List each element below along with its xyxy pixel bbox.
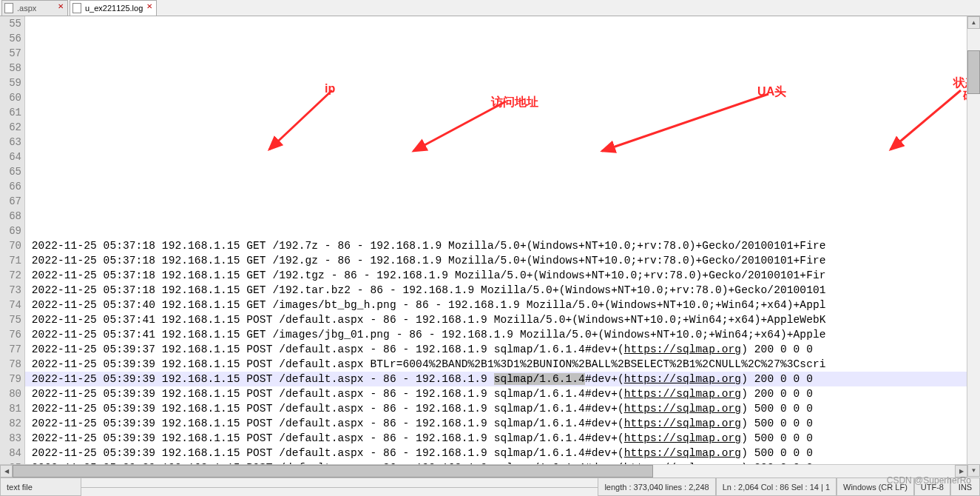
scroll-track[interactable] [967,29,980,464]
log-line[interactable]: 2022-11-25 05:39:39 192.168.1.15 POST /d… [25,386,967,401]
line-number: 75 [0,312,21,327]
line-number: 79 [0,372,21,386]
line-number: 64 [0,150,21,164]
annot-status-1: 状态 [953,76,967,90]
line-number: 58 [0,61,21,76]
line-number: 83 [0,431,21,446]
scroll-up-button[interactable]: ▲ [967,16,980,29]
line-number-gutter: 5556575859606162636465666768697071727374… [0,16,25,477]
file-icon [72,3,81,13]
log-line[interactable]: 2022-11-25 05:37:41 192.168.1.15 POST /d… [25,312,967,327]
scroll-thumb[interactable] [967,50,980,94]
status-encoding: UTF-8 [914,478,950,496]
line-number: 57 [0,46,21,61]
selection: sqlmap/1.6.1.4 [494,373,585,385]
line-number: 74 [0,298,21,312]
horizontal-scrollbar[interactable]: ◀ ▶ [0,464,967,477]
tab-logfile[interactable]: u_ex221125.log ✕ [70,0,157,16]
scroll-down-button[interactable]: ▼ [967,464,980,477]
log-line[interactable]: 2022-11-25 05:39:39 192.168.1.15 POST /d… [25,416,967,431]
annot-ua: UA头 [757,84,786,99]
line-number: 76 [0,327,21,342]
line-number: 67 [0,194,21,209]
line-number: 65 [0,164,21,179]
close-icon[interactable]: ✕ [57,3,64,10]
line-number: 82 [0,416,21,431]
line-number: 68 [0,209,21,224]
line-number: 61 [0,105,21,120]
annot-ip: ip [325,81,335,96]
line-number: 69 [0,224,21,238]
status-bar: text file length : 373,040 lines : 2,248… [0,477,980,496]
svg-line-1 [413,101,506,151]
line-number: 77 [0,342,21,357]
line-number: 70 [0,238,21,253]
file-icon [4,3,13,13]
log-line[interactable]: 2022-11-25 05:39:39 192.168.1.15 POST /d… [25,431,967,446]
scroll-left-button[interactable]: ◀ [0,465,13,477]
line-number: 81 [0,401,21,416]
log-line[interactable]: 2022-11-25 05:37:18 192.168.1.15 GET /19… [25,253,967,268]
editor: 5556575859606162636465666768697071727374… [0,16,980,477]
log-line[interactable]: 2022-11-25 05:39:39 192.168.1.15 POST /d… [25,357,967,372]
arrow-icon [595,90,780,157]
log-line[interactable]: 2022-11-25 05:39:39 192.168.1.15 POST /d… [25,372,967,386]
status-mode: INS [950,478,980,496]
url-link[interactable]: https://sqlmap.org [624,432,741,444]
line-number: 63 [0,135,21,150]
status-spacer [81,487,598,488]
scroll-track[interactable] [13,465,955,477]
line-number: 62 [0,120,21,135]
status-length: length : 373,040 lines : 2,248 [598,478,715,496]
url-link[interactable]: https://sqlmap.org [624,373,741,385]
url-link[interactable]: https://sqlmap.org [624,388,741,400]
tab-aspx[interactable]: .aspx ✕ [1,0,68,16]
tab-strip: .aspx ✕ u_ex221125.log ✕ [0,0,980,16]
arrow-icon [262,87,343,157]
line-number: 59 [0,76,21,90]
line-number: 55 [0,16,21,31]
url-link[interactable]: https://sqlmap.org [624,403,741,415]
tab-label: u_ex221125.log [85,4,143,13]
line-number: 80 [0,386,21,401]
log-line[interactable]: 2022-11-25 05:37:18 192.168.1.15 GET /19… [25,238,967,253]
svg-line-3 [891,90,961,150]
annot-access-addr: 访问地址 [491,95,538,110]
svg-line-0 [269,90,332,150]
scroll-right-button[interactable]: ▶ [955,465,967,477]
close-icon[interactable]: ✕ [146,3,153,10]
log-line[interactable]: 2022-11-25 05:37:18 192.168.1.15 GET /19… [25,268,967,283]
line-number: 73 [0,283,21,298]
svg-line-2 [602,94,768,151]
line-number: 78 [0,357,21,372]
arrow-icon [883,87,967,157]
log-line[interactable]: 2022-11-25 05:37:41 192.168.1.15 GET /im… [25,327,967,342]
status-filetype: text file [0,478,81,496]
vertical-scrollbar[interactable]: ▲ ▼ [967,16,980,477]
status-eol: Windows (CR LF) [837,478,914,496]
line-number: 60 [0,90,21,105]
log-line[interactable]: 2022-11-25 05:37:18 192.168.1.15 GET /19… [25,283,967,298]
line-number: 66 [0,179,21,194]
url-link[interactable]: https://sqlmap.org [624,418,741,429]
line-number: 56 [0,31,21,46]
line-number: 84 [0,446,21,460]
scroll-thumb[interactable] [13,465,653,477]
url-link[interactable]: https://sqlmap.org [624,343,741,355]
annot-status-2: 码 [963,89,967,104]
log-line[interactable]: 2022-11-25 05:39:37 192.168.1.15 POST /d… [25,342,967,357]
log-line[interactable]: 2022-11-25 05:39:39 192.168.1.15 POST /d… [25,401,967,416]
log-line[interactable]: 2022-11-25 05:37:40 192.168.1.15 GET /im… [25,298,967,312]
arrow-icon [406,98,517,157]
editor-content[interactable]: 2022-11-25 05:37:18 192.168.1.15 GET /19… [25,16,967,477]
line-number: 72 [0,268,21,283]
log-line[interactable]: 2022-11-25 05:39:39 192.168.1.15 POST /d… [25,446,967,460]
status-position: Ln : 2,064 Col : 86 Sel : 14 | 1 [716,478,837,496]
tab-label: .aspx [17,4,36,13]
url-link[interactable]: https://sqlmap.org [624,447,741,459]
line-number: 71 [0,253,21,268]
